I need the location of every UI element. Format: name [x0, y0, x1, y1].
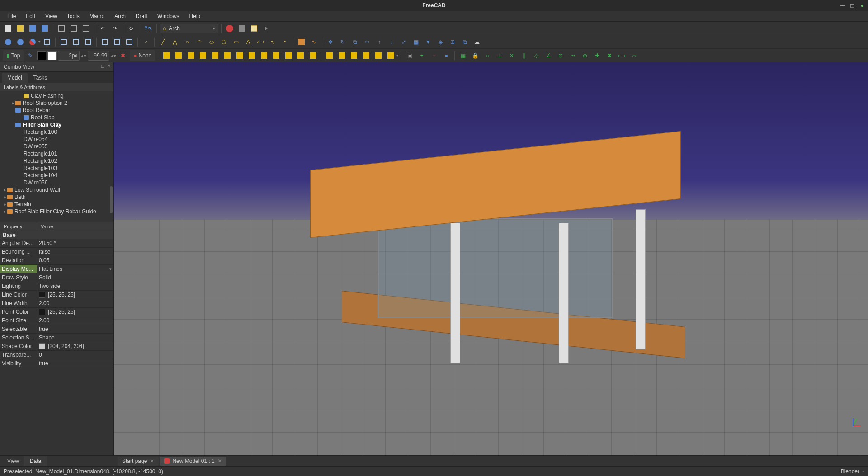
arch-frame-button[interactable] — [324, 50, 335, 61]
property-value[interactable]: 28.50 ° — [37, 239, 113, 247]
tree-item[interactable]: Roof Slab — [0, 114, 113, 121]
arch-structure-button[interactable] — [173, 50, 184, 61]
tree-item[interactable]: DWire056 — [0, 179, 113, 186]
menu-windows[interactable]: Windows — [153, 12, 184, 21]
menu-tools[interactable]: Tools — [62, 12, 84, 21]
property-value[interactable]: false — [37, 248, 113, 256]
arch-stairs-button[interactable] — [295, 50, 306, 61]
draft-polygon-button[interactable]: ⬠ — [218, 37, 229, 47]
property-row[interactable]: Visibilitytrue — [0, 359, 113, 368]
color-swatch[interactable] — [39, 343, 45, 349]
fit-all-button[interactable] — [3, 37, 14, 47]
arch-floor-button[interactable] — [198, 50, 208, 61]
right-view-button[interactable] — [83, 37, 94, 47]
macro-edit-button[interactable] — [249, 23, 259, 34]
property-row[interactable]: Bounding ...false — [0, 248, 113, 256]
cut-button[interactable] — [56, 23, 67, 34]
draft-ellipse-button[interactable]: ⬭ — [206, 37, 217, 47]
property-row[interactable]: Angular De...28.50 ° — [0, 239, 113, 248]
macro-record-button[interactable] — [224, 23, 235, 34]
iso-view-button[interactable] — [42, 37, 52, 47]
expand-icon[interactable]: ▸ — [11, 101, 15, 105]
property-row[interactable]: Line Color[25, 25, 25] — [0, 291, 113, 299]
expand-icon[interactable]: ▸ — [3, 195, 7, 199]
draft-point-button[interactable]: • — [279, 37, 290, 47]
expand-icon[interactable]: ▸ — [3, 188, 7, 192]
working-plane-button[interactable]: ▮Top — [3, 50, 24, 61]
drawing-button[interactable]: ▦ — [410, 37, 421, 47]
arch-remove-button[interactable]: − — [429, 50, 439, 61]
construction-mode-button[interactable]: ✖ — [118, 50, 128, 61]
snap-parallel-button[interactable]: ∥ — [519, 50, 529, 61]
workbench-selector[interactable]: ⌂Arch — [160, 24, 218, 33]
move-button[interactable]: ✥ — [325, 37, 336, 47]
arch-component-button[interactable] — [296, 37, 307, 47]
arch-window-button[interactable] — [234, 50, 245, 61]
tree-item[interactable]: Rectangle103 — [0, 165, 113, 172]
arch-pipe-button[interactable] — [373, 50, 384, 61]
scale-button[interactable]: ⤢ — [398, 37, 409, 47]
property-row[interactable]: Transpare...0 — [0, 351, 113, 359]
open-doc-button[interactable] — [15, 23, 26, 34]
spinbox-stepper[interactable]: ▴▾ — [111, 52, 116, 59]
redo-button[interactable]: ↷ — [109, 23, 120, 34]
minimize-button[interactable]: — — [839, 2, 845, 9]
tab-tasks[interactable]: Tasks — [28, 73, 53, 83]
snap-extension-button[interactable]: ⤳ — [567, 50, 578, 61]
scale-spinbox[interactable] — [88, 51, 109, 61]
paste-button[interactable] — [80, 23, 91, 34]
property-row[interactable]: Selection S...Shape — [0, 334, 113, 342]
menu-help[interactable]: Help — [185, 12, 205, 21]
snap-lock-button[interactable]: 🔒 — [470, 50, 481, 61]
property-row[interactable]: Selectabletrue — [0, 325, 113, 334]
snap-grid-button[interactable]: ▦ — [458, 50, 468, 61]
arch-equipment-button[interactable] — [336, 50, 347, 61]
draft-wire-button[interactable]: ⋀ — [170, 37, 180, 47]
save-as-button[interactable] — [39, 23, 50, 34]
tree-item[interactable]: Rectangle100 — [0, 128, 113, 136]
tree-item[interactable]: Rectangle101 — [0, 150, 113, 157]
arch-building-button[interactable] — [210, 50, 221, 61]
menu-draft[interactable]: Draft — [131, 12, 152, 21]
tree-item[interactable]: Rectangle104 — [0, 172, 113, 179]
property-value[interactable]: [25, 25, 25] — [37, 308, 113, 316]
panel-close-button[interactable]: ✕ — [106, 63, 112, 68]
menu-view[interactable]: View — [41, 12, 61, 21]
tab-data[interactable]: Data — [24, 456, 47, 466]
property-value[interactable]: Flat Lines▾ — [37, 265, 113, 273]
menu-macro[interactable]: Macro — [85, 12, 109, 21]
tree-view[interactable]: Clay Flashing▸Roof Slab option 2Roof Reb… — [0, 91, 113, 222]
undo-button[interactable]: ↶ — [97, 23, 108, 34]
property-row[interactable]: Shape Color[204, 204, 204] — [0, 342, 113, 351]
chevron-down-icon[interactable]: ▾ — [109, 267, 112, 271]
arch-roof-button[interactable] — [246, 50, 257, 61]
draft-dimension-button[interactable]: ⟷ — [255, 37, 266, 47]
macro-run-button[interactable] — [261, 23, 272, 34]
save-doc-button[interactable] — [27, 23, 38, 34]
trimex-button[interactable]: ✂ — [362, 37, 373, 47]
property-value[interactable]: Shape — [37, 334, 113, 342]
style-color-button[interactable]: ✎ — [25, 50, 36, 61]
draft-bspline-button[interactable]: ∿ — [267, 37, 278, 47]
property-row[interactable]: Deviation0.05 — [0, 256, 113, 265]
macro-stop-button[interactable] — [236, 23, 247, 34]
property-row[interactable]: Display Mo...Flat Lines▾ — [0, 265, 113, 273]
left-view-button[interactable] — [124, 37, 135, 47]
property-group-base[interactable]: Base — [0, 231, 113, 239]
draw-style-button[interactable] — [27, 37, 38, 47]
face-color-button[interactable] — [47, 51, 57, 60]
close-tab-button[interactable]: ✕ — [217, 458, 222, 464]
tree-item[interactable]: DWire055 — [0, 143, 113, 150]
arch-material-button[interactable] — [349, 50, 359, 61]
arch-wall-button[interactable] — [161, 50, 172, 61]
property-row[interactable]: Line Width2.00 — [0, 299, 113, 308]
panel-float-button[interactable]: ◻ — [100, 63, 105, 68]
rotate-button[interactable]: ↻ — [337, 37, 348, 47]
document-tab[interactable]: New Model 01 : 1✕ — [160, 457, 226, 466]
property-value[interactable]: true — [37, 325, 113, 333]
draft-arc-button[interactable]: ◠ — [194, 37, 205, 47]
tree-item[interactable]: ▸Terrain — [0, 201, 113, 208]
property-value[interactable]: [204, 204, 204] — [37, 342, 113, 350]
expand-icon[interactable]: ▸ — [3, 202, 7, 207]
fit-sel-button[interactable] — [15, 37, 26, 47]
